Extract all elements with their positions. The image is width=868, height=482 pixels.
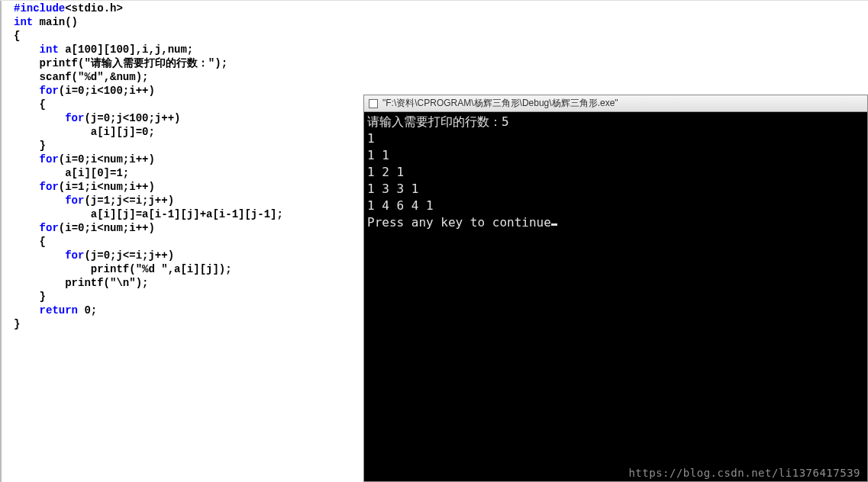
code-token: printf( [14, 57, 84, 69]
code-token [14, 153, 40, 165]
code-token: #include [14, 2, 65, 14]
console-titlebar[interactable]: "F:\资料\CPROGRAM\杨辉三角形\Debug\杨辉三角形.exe" [364, 95, 867, 112]
code-token: (j=0;j<=i;j++) [84, 249, 174, 262]
top-rule [0, 0, 868, 1]
code-token: printf( [14, 277, 110, 289]
console-line: 1 4 6 4 1 [367, 198, 864, 214]
code-line: { [14, 98, 283, 111]
code-line: } [14, 290, 283, 304]
code-token: "请输入需要打印的行数：" [84, 57, 215, 69]
code-token: for [40, 153, 59, 165]
code-token: { [14, 98, 46, 111]
code-token: main() [40, 16, 78, 28]
code-token: "\n" [110, 277, 136, 289]
watermark: https://blog.csdn.net/li1376417539 [628, 467, 860, 479]
code-token: for [65, 249, 84, 262]
code-token [14, 43, 40, 56]
console-window: "F:\资料\CPROGRAM\杨辉三角形\Debug\杨辉三角形.exe" 请… [363, 95, 868, 482]
console-line: 1 1 [367, 147, 864, 164]
code-token [14, 194, 65, 207]
code-token: a[i][j]=0; [14, 126, 155, 138]
code-token: int [40, 43, 66, 56]
code-token: a[i][j]=a[i-1][j]+a[i-1][j-1]; [14, 208, 283, 220]
code-line: { [14, 235, 283, 249]
code-line: printf("\n"); [14, 276, 283, 290]
code-token: } [14, 291, 46, 303]
code-line: printf("%d ",a[i][j]); [14, 262, 283, 276]
code-token: (i=1;i<num;i++) [59, 181, 155, 193]
code-line: a[i][0]=1; [14, 166, 283, 180]
code-line: } [14, 317, 283, 331]
code-line: for(i=0;i<num;i++) [14, 153, 283, 166]
code-token: ); [215, 57, 227, 69]
code-token [14, 181, 40, 193]
code-line: a[i][j]=0; [14, 125, 283, 139]
code-token: ,a[i][j]); [168, 263, 232, 275]
console-app-icon [369, 99, 378, 108]
code-line: scanf("%d",&num); [14, 70, 283, 84]
console-line: 请输入需要打印的行数：5 [367, 114, 864, 130]
code-line: { [14, 29, 283, 43]
code-token: for [40, 85, 59, 97]
code-token: printf( [14, 263, 136, 275]
code-token [14, 85, 40, 97]
code-token: (i=0;i<num;i++) [59, 222, 155, 234]
left-rule [0, 0, 2, 482]
code-token: a[100][100],i,j,num; [65, 43, 193, 56]
console-line: Press any key to continue [367, 214, 864, 231]
code-line: int main() [14, 15, 283, 29]
cursor [551, 223, 557, 226]
console-line: 1 [367, 130, 864, 147]
code-token: ,&num); [104, 71, 149, 83]
code-token [14, 249, 65, 262]
code-token: (j=0;j<100;j++) [84, 112, 180, 124]
code-token [14, 112, 65, 124]
console-line: 1 3 3 1 [367, 181, 864, 198]
code-token: for [40, 181, 59, 193]
code-token: a[i][0]=1; [14, 167, 129, 179]
code-token: } [14, 318, 20, 330]
code-line: printf("请输入需要打印的行数："); [14, 56, 283, 70]
code-token: for [65, 112, 84, 124]
code-line: for(i=0;i<num;i++) [14, 221, 283, 235]
code-line: for(j=1;j<=i;j++) [14, 194, 283, 207]
code-line: for(j=0;j<=i;j++) [14, 249, 283, 262]
code-line: } [14, 139, 283, 153]
code-token [14, 222, 40, 234]
code-token: for [40, 222, 59, 234]
code-token: (j=1;j<=i;j++) [84, 194, 174, 207]
code-line: a[i][j]=a[i-1][j]+a[i-1][j-1]; [14, 207, 283, 221]
code-line: return 0; [14, 304, 283, 317]
console-title: "F:\资料\CPROGRAM\杨辉三角形\Debug\杨辉三角形.exe" [382, 97, 618, 110]
code-token: (i=0;i<100;i++) [59, 85, 155, 97]
console-body[interactable]: 请输入需要打印的行数：511 11 2 11 3 3 11 4 6 4 1Pre… [364, 112, 867, 233]
code-token: { [14, 30, 20, 42]
code-token: "%d" [78, 71, 104, 83]
code-token: ); [136, 277, 149, 289]
code-line: int a[100][100],i,j,num; [14, 43, 283, 56]
code-token: for [65, 194, 84, 207]
code-token: { [14, 236, 46, 248]
code-token: return [40, 304, 85, 317]
code-token: int [14, 16, 40, 28]
code-line: #include<stdio.h> [14, 2, 283, 15]
code-token: (i=0;i<num;i++) [59, 153, 155, 165]
code-line: for(i=1;i<num;i++) [14, 180, 283, 194]
code-token: "%d " [136, 263, 168, 275]
code-token: } [14, 140, 46, 152]
code-line: for(j=0;j<100;j++) [14, 111, 283, 125]
code-token [14, 304, 40, 317]
code-token: 0; [84, 304, 97, 317]
console-line: 1 2 1 [367, 164, 864, 181]
code-token: scanf( [14, 71, 78, 83]
code-line: for(i=0;i<100;i++) [14, 84, 283, 98]
code-editor[interactable]: #include<stdio.h>int main(){ int a[100][… [14, 2, 283, 331]
code-token: <stdio.h> [65, 2, 123, 14]
